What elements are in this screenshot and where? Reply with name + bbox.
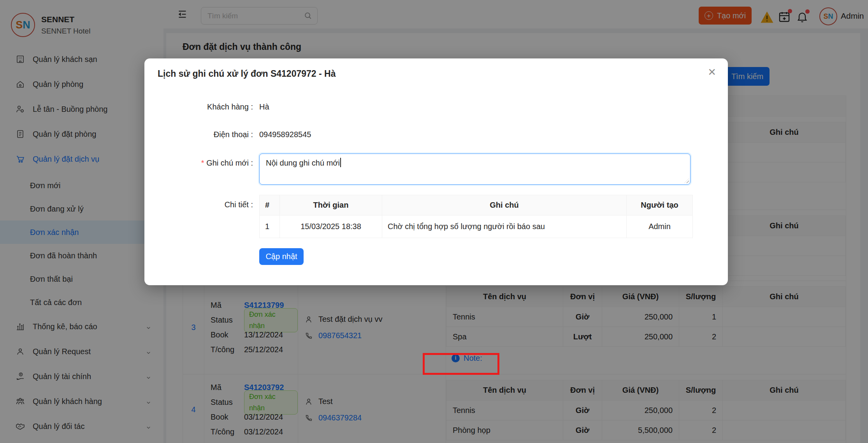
update-button[interactable]: Cập nhật: [259, 248, 304, 265]
phone-value: 094958928545: [259, 130, 311, 139]
phone-label: Điện thoại: [144, 130, 253, 139]
modal-title: Lịch sử ghi chú xử lý đơn S41207972 - Hà: [158, 69, 336, 79]
new-note-textarea[interactable]: Nội dung ghi chú mới: [259, 154, 691, 185]
history-header-num: #: [260, 195, 280, 215]
history-header-time: Thời gian: [280, 195, 382, 215]
history-num: 1: [260, 215, 280, 238]
resize-handle-icon[interactable]: [684, 178, 689, 183]
new-note-text: Nội dung ghi chú mới: [266, 159, 340, 167]
history-note: Chờ chị tổng hợp số lượng người rồi báo …: [382, 215, 627, 238]
history-header-note: Ghi chú: [382, 195, 627, 215]
new-note-label: Ghi chú mới: [144, 159, 253, 168]
note-history-modal: ✕ Lịch sử ghi chú xử lý đơn S41207972 - …: [144, 58, 728, 285]
details-label: Chi tiết: [144, 200, 253, 209]
history-time: 15/03/2025 18:38: [280, 215, 382, 238]
close-icon[interactable]: ✕: [708, 67, 716, 77]
history-header-user: Người tạo: [627, 195, 693, 215]
text-cursor: [340, 158, 341, 167]
customer-value: Hà: [259, 102, 269, 111]
customer-label: Khách hàng: [144, 102, 253, 111]
app-root: SN SENNET SENNET Hotel Quản lý khách sạn…: [0, 0, 868, 443]
history-row: 1 15/03/2025 18:38 Chờ chị tổng hợp số l…: [260, 215, 693, 238]
history-user: Admin: [627, 215, 693, 238]
note-history-table: # Thời gian Ghi chú Người tạo 1 15/03/20…: [259, 195, 693, 238]
